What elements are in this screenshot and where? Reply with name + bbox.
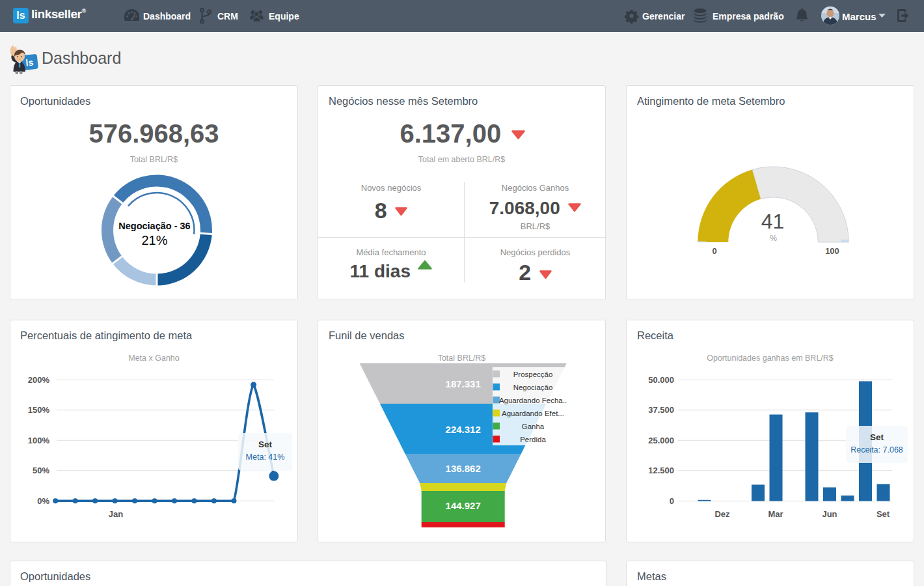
svg-text:144.927: 144.927 [446,500,481,511]
svg-text:187.331: 187.331 [446,378,481,389]
svg-text:Negociação: Negociação [513,384,553,391]
svg-text:Aguardando Fecha..: Aguardando Fecha.. [499,397,567,404]
svg-text:224.312: 224.312 [446,424,481,435]
svg-text:136.862: 136.862 [446,463,481,474]
svg-text:Perdida: Perdida [520,436,546,443]
svg-text:Aguardando Efet...: Aguardando Efet... [502,410,564,417]
svg-text:Ganha: Ganha [522,423,545,430]
svg-text:ls: ls [25,57,34,68]
svg-text:Prospecção: Prospecção [513,370,553,378]
